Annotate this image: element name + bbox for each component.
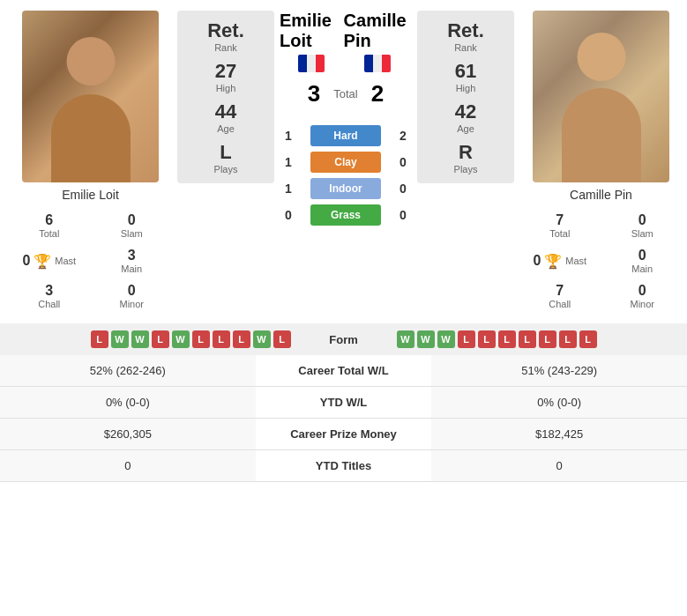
left-center-panel: Ret. Rank 27 High 44 Age L Plays (177, 11, 274, 183)
left-age-label: Age (215, 123, 236, 134)
form-right-badge-2: W (437, 330, 455, 348)
surface-badge-indoor: Indoor (310, 178, 381, 199)
right-age-value: 42 (455, 100, 476, 123)
stats-left-2: $260,305 (0, 419, 256, 450)
left-age-value: 44 (215, 100, 236, 123)
surface-row-grass: 0 Grass 0 (280, 204, 412, 226)
left-total-cell: 6 Total (9, 209, 90, 242)
surface-badge-grass: Grass (310, 204, 381, 226)
right-minor-label: Minor (604, 299, 682, 309)
stats-right-3: 0 (431, 450, 687, 482)
form-label: Form (300, 333, 388, 346)
form-right-badge-0: W (397, 330, 414, 348)
surface-score-right: 0 (394, 155, 412, 169)
form-left-badge-3: L (152, 330, 169, 348)
left-total-label: Total (11, 228, 88, 239)
left-slam-cell: 0 Slam (92, 209, 173, 242)
left-minor-value: 0 (93, 283, 171, 299)
left-rank-stat: Ret. Rank (207, 19, 244, 53)
left-age-stat: 44 Age (215, 100, 236, 134)
stats-row-2: $260,305 Career Prize Money $182,425 (0, 419, 687, 450)
left-minor-label: Minor (93, 299, 171, 309)
left-plays-value: L (214, 141, 238, 164)
right-slam-value: 0 (604, 212, 682, 228)
right-rank-value: Ret. (447, 19, 484, 42)
right-chall-label: Chall (521, 299, 599, 309)
right-mast-value: 0 (533, 253, 541, 269)
player-right-card: Camille Pin 7 Total 0 Slam 0 🏆 Mast 0 M (519, 11, 683, 313)
left-slam-value: 0 (93, 212, 171, 228)
right-slam-cell: 0 Slam (602, 209, 683, 242)
form-right: WWWLLLLLLL (397, 330, 677, 348)
career-stats-table: 52% (262-246) Career Total W/L 51% (243-… (0, 355, 687, 482)
trophy-icon-left: 🏆 (34, 253, 51, 270)
right-rank-label: Rank (447, 42, 484, 53)
left-name-flag: Emilie Loit (280, 11, 344, 76)
stats-row-3: 0 YTD Titles 0 (0, 450, 687, 482)
form-left-badge-1: W (111, 330, 129, 348)
left-high-label: High (215, 83, 236, 93)
trophy-icon-right: 🏆 (544, 253, 562, 270)
form-right-badge-5: L (498, 330, 516, 348)
right-high-value: 61 (455, 60, 476, 83)
right-mast-label: Mast (565, 256, 586, 266)
surface-badge-hard: Hard (310, 125, 381, 146)
left-chall-value: 3 (11, 283, 88, 299)
form-right-badge-7: L (539, 330, 556, 348)
surface-score-right: 2 (394, 129, 412, 143)
form-left-badge-6: L (213, 330, 230, 348)
form-left-badge-0: L (91, 330, 108, 348)
stats-left-1: 0% (0-0) (0, 387, 256, 419)
player-left-name: Emilie Loit (62, 188, 119, 202)
form-left-badge-5: L (192, 330, 210, 348)
left-flag (298, 55, 325, 72)
right-main-cell: 0 Main (602, 244, 683, 278)
total-score-right: 2 (371, 80, 384, 108)
right-total-value: 7 (521, 212, 599, 228)
surface-row-indoor: 1 Indoor 0 (280, 178, 412, 199)
right-minor-value: 0 (604, 283, 682, 299)
right-plays-stat: R Plays (454, 141, 478, 174)
left-rank-value: Ret. (207, 19, 244, 42)
stats-label-3: YTD Titles (256, 450, 432, 482)
surface-score-right: 0 (394, 208, 412, 222)
center-content: Emilie Loit Camille Pin 3 Total 2 1 Hard… (280, 11, 412, 226)
right-total-label: Total (521, 228, 599, 239)
form-left-badge-9: L (273, 330, 291, 348)
stats-left-3: 0 (0, 450, 256, 482)
left-mast-cell: 0 🏆 Mast (9, 244, 90, 278)
right-mast-cell: 0 🏆 Mast (519, 244, 601, 278)
form-left-badge-4: W (172, 330, 190, 348)
right-main-value: 0 (604, 248, 682, 263)
right-player-name-top: Camille Pin (344, 11, 412, 51)
stats-row-0: 52% (262-246) Career Total W/L 51% (243-… (0, 355, 687, 387)
left-mast-label: Mast (55, 256, 76, 266)
form-right-badge-8: L (559, 330, 577, 348)
right-chall-cell: 7 Chall (519, 279, 601, 313)
total-label: Total (333, 87, 357, 100)
right-flag (364, 55, 391, 72)
left-rank-label: Rank (207, 42, 244, 53)
left-plays-stat: L Plays (214, 141, 238, 174)
stats-label-0: Career Total W/L (256, 355, 432, 387)
right-age-label: Age (455, 123, 476, 134)
form-right-badge-3: L (458, 330, 475, 348)
player-right-photo (533, 11, 669, 182)
surface-row-hard: 1 Hard 2 (280, 125, 412, 146)
stats-right-0: 51% (243-229) (431, 355, 687, 387)
right-main-label: Main (604, 263, 682, 274)
right-center-panel: Ret. Rank 61 High 42 Age R Plays (417, 11, 514, 183)
surface-score-left: 1 (280, 182, 297, 196)
stats-label-2: Career Prize Money (256, 419, 432, 450)
right-age-stat: 42 Age (455, 100, 476, 134)
left-slam-label: Slam (93, 228, 171, 239)
form-section: LWWLWLLLWL Form WWWLLLLLLL (0, 323, 687, 355)
stats-right-1: 0% (0-0) (431, 387, 687, 419)
right-chall-value: 7 (521, 283, 599, 299)
player-right-name: Camille Pin (570, 188, 632, 202)
surface-score-right: 0 (394, 182, 412, 196)
right-plays-label: Plays (454, 164, 478, 174)
surface-row-clay: 1 Clay 0 (280, 152, 412, 173)
stats-right-2: $182,425 (431, 419, 687, 450)
surface-score-left: 1 (280, 129, 297, 143)
